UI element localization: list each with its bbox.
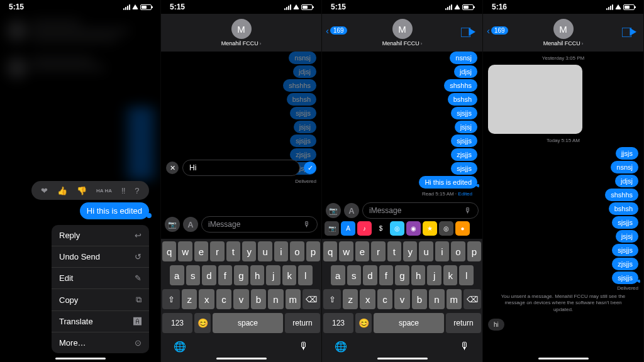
contact-name[interactable]: Menahil FCCU› (221, 40, 262, 47)
key-space[interactable]: space (213, 313, 283, 333)
key-k[interactable]: k (443, 265, 458, 285)
avatar[interactable]: M (392, 19, 413, 39)
key-j[interactable]: j (427, 265, 441, 285)
message-input[interactable]: iMessage🎙 (201, 216, 318, 233)
dictate-button[interactable]: 🎙 (460, 341, 470, 353)
key-f[interactable]: f (218, 265, 233, 285)
ctx-edit[interactable]: Edit✎ (52, 268, 149, 289)
key-n[interactable]: n (268, 289, 283, 309)
key-l[interactable]: l (298, 265, 313, 285)
key-m[interactable]: m (447, 289, 462, 309)
confirm-edit-button[interactable]: ✓ (304, 162, 316, 174)
key-d[interactable]: d (202, 265, 216, 285)
message-bubble[interactable]: jsjsj (294, 121, 316, 133)
home-indicator[interactable] (216, 358, 267, 359)
facetime-button[interactable]: ⃞▶ (629, 26, 637, 38)
react-haha[interactable]: HA HA (96, 188, 112, 194)
message-bubble[interactable]: zjsjjs (451, 148, 477, 161)
message-bubble[interactable]: shshhs (444, 79, 477, 92)
key-v[interactable]: v (394, 289, 409, 309)
key-s[interactable]: s (186, 265, 201, 285)
key-b[interactable]: b (412, 289, 427, 309)
key-p[interactable]: p (467, 241, 481, 261)
message-bubble[interactable]: shshhs (283, 79, 316, 92)
key-p[interactable]: p (306, 241, 320, 261)
key-t[interactable]: t (387, 241, 401, 261)
message-bubble[interactable]: shshhs (605, 189, 638, 201)
home-indicator[interactable] (538, 358, 589, 359)
key-i[interactable]: i (274, 241, 288, 261)
key-n[interactable]: n (429, 289, 444, 309)
globe-button[interactable]: 🌐 (174, 341, 186, 353)
app-icon-5[interactable]: ◉ (406, 221, 421, 236)
selected-message[interactable]: Hi this is edited (80, 202, 149, 219)
message-list[interactable]: nsnsj jdjsj shshhs bshsh sjsjjs jsjsj sj… (161, 52, 321, 175)
contact-name[interactable]: Menahil FCCU› (382, 40, 423, 47)
key-u[interactable]: u (419, 241, 433, 261)
message-bubble-edited[interactable]: Hi this is edited (419, 176, 477, 189)
key-z[interactable]: z (182, 289, 197, 309)
key-shift[interactable]: ⇧ (323, 289, 341, 309)
key-j[interactable]: j (266, 265, 280, 285)
message-bubble[interactable]: jdjsj (615, 175, 638, 187)
image-attachment[interactable] (488, 65, 582, 134)
message-bubble[interactable]: nsnsj (450, 52, 477, 64)
message-bubble[interactable]: jdjsj (293, 65, 316, 78)
key-123[interactable]: 123 (162, 313, 192, 333)
message-bubble[interactable]: jsjsj (616, 230, 638, 243)
message-bubble[interactable]: sjsjjs (290, 107, 316, 119)
apps-button[interactable]: A (344, 203, 359, 218)
key-r[interactable]: r (371, 241, 385, 261)
contact-name[interactable]: Menahil FCCU› (543, 40, 584, 47)
key-y[interactable]: y (242, 241, 256, 261)
message-bubble[interactable]: sjsjjs (612, 244, 638, 256)
key-e[interactable]: e (355, 241, 369, 261)
key-m[interactable]: m (286, 289, 301, 309)
app-icon-4[interactable]: ◎ (390, 221, 404, 236)
key-o[interactable]: o (290, 241, 304, 261)
key-c[interactable]: c (216, 289, 231, 309)
home-indicator[interactable] (55, 358, 106, 359)
message-bubble[interactable]: jdjsj (454, 65, 477, 78)
message-bubble[interactable]: bshsh (287, 93, 316, 106)
globe-button[interactable]: 🌐 (335, 341, 347, 353)
app-icon-6[interactable]: ★ (423, 221, 437, 236)
reaction-bar[interactable]: ❤︎ 👍 👎 HA HA ‼︎ ? (31, 181, 149, 200)
message-bubble[interactable]: nsnsj (611, 161, 638, 173)
react-thumbs-up[interactable]: 👍 (57, 186, 67, 195)
key-x[interactable]: x (199, 289, 214, 309)
message-bubble[interactable]: zjsjjs (290, 148, 316, 161)
keyboard[interactable]: qwertyuiopasdfghjkl⇧zxcvbnm⌫123😊spaceret… (322, 239, 482, 362)
key-o[interactable]: o (451, 241, 465, 261)
message-bubble[interactable]: sjsjjs (451, 134, 477, 147)
dictate-icon[interactable]: 🎙 (303, 220, 311, 229)
key-delete[interactable]: ⌫ (303, 289, 320, 309)
ctx-reply[interactable]: Reply↩︎ (52, 225, 149, 246)
key-q[interactable]: q (323, 241, 337, 261)
home-indicator[interactable] (377, 358, 428, 359)
key-y[interactable]: y (403, 241, 417, 261)
key-123[interactable]: 123 (323, 313, 353, 333)
back-button[interactable]: ‹169 (326, 25, 347, 36)
message-bubble[interactable]: jjsjs (616, 147, 638, 160)
react-exclaim[interactable]: ‼︎ (121, 186, 126, 195)
message-bubble[interactable]: sjsjjs (451, 162, 477, 175)
message-bubble[interactable]: sjsjjs (451, 107, 477, 119)
message-bubble[interactable]: jsjsj (455, 121, 477, 133)
key-emoji[interactable]: 😊 (355, 313, 372, 333)
key-a[interactable]: a (331, 265, 345, 285)
key-emoji[interactable]: 😊 (194, 313, 211, 333)
app-drawer[interactable]: 📷A♪$◎◉★◎● (325, 221, 480, 236)
key-space[interactable]: space (374, 313, 444, 333)
key-g[interactable]: g (395, 265, 409, 285)
ctx-copy[interactable]: Copy⧉ (52, 289, 149, 311)
app-icon-8[interactable]: ● (455, 221, 470, 236)
avatar[interactable]: M (553, 19, 574, 39)
app-icon-0[interactable]: 📷 (325, 221, 339, 236)
message-bubble[interactable]: bshsh (609, 202, 638, 215)
message-bubble[interactable]: sjsjjs (612, 216, 638, 229)
key-e[interactable]: e (194, 241, 208, 261)
key-return[interactable]: return (446, 313, 481, 333)
ctx-undo-send[interactable]: Undo Send↺ (52, 246, 149, 268)
key-r[interactable]: r (210, 241, 224, 261)
